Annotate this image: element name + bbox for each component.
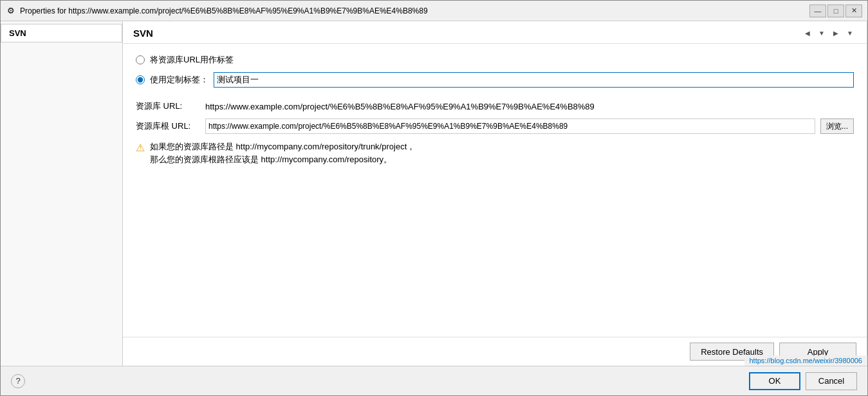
sidebar-item-svn[interactable]: SVN: [1, 24, 122, 42]
help-button[interactable]: ?: [11, 374, 25, 388]
sidebar: SVN: [1, 21, 123, 366]
radio-group: 将资源库URL用作标签 使用定制标签：: [136, 54, 854, 88]
main-header: SVN ◀ ▼ ▶ ▼: [123, 21, 867, 44]
nav-forward-button[interactable]: ▶: [829, 26, 842, 39]
ok-button[interactable]: OK: [749, 372, 800, 390]
title-bar-icon: ⚙: [6, 6, 16, 16]
footer-right: OK Cancel: [749, 372, 857, 390]
dialog-window: ⚙ Properties for https://www.example.com…: [0, 0, 868, 396]
minimize-button[interactable]: —: [809, 5, 826, 17]
radio-row-custom: 使用定制标签：: [136, 72, 854, 88]
radio-row-url: 将资源库URL用作标签: [136, 54, 854, 66]
radio-custom-label[interactable]: 使用定制标签：: [150, 74, 208, 86]
radio-url-option[interactable]: [136, 55, 145, 64]
warning-line2: 那么您的资源库根路径应该是 http://mycompany.com/repos…: [150, 155, 392, 164]
title-bar-controls: — □ ✕: [809, 5, 862, 17]
info-section: 资源库 URL: https://www.example.com/project…: [136, 100, 854, 165]
repo-root-input[interactable]: [205, 118, 815, 134]
warning-line1: 如果您的资源库路径是 http://mycompany.com/reposito…: [150, 142, 415, 151]
main-header-title: SVN: [133, 28, 153, 39]
browse-button[interactable]: 浏览...: [820, 118, 854, 134]
title-bar: ⚙ Properties for https://www.example.com…: [1, 1, 867, 21]
warning-icon: ⚠: [136, 142, 145, 154]
title-bar-text: Properties for https://www.example.com/p…: [20, 6, 809, 15]
repo-url-value: https://www.example.com/project/%E6%B5%8…: [205, 102, 595, 111]
maximize-button[interactable]: □: [827, 5, 844, 17]
close-button[interactable]: ✕: [845, 5, 862, 17]
status-bar: https://blog.csdn.me/weixir/3980006: [744, 355, 868, 366]
dialog-footer: ? OK Cancel: [1, 366, 867, 395]
repo-root-row: 资源库根 URL: 浏览...: [136, 118, 854, 134]
nav-back-dropdown[interactable]: ▼: [815, 26, 828, 39]
nav-arrows: ◀ ▼ ▶ ▼: [801, 26, 856, 39]
dialog-body: SVN SVN ◀ ▼ ▶ ▼ 将资: [1, 21, 867, 366]
warning-text: 如果您的资源库路径是 http://mycompany.com/reposito…: [150, 140, 415, 165]
repo-url-label: 资源库 URL:: [136, 100, 200, 112]
main-content: SVN ◀ ▼ ▶ ▼ 将资源库URL用作标签: [123, 21, 867, 366]
radio-custom-option[interactable]: [136, 75, 145, 84]
repo-root-label: 资源库根 URL:: [136, 120, 200, 132]
custom-label-input[interactable]: [214, 72, 854, 88]
nav-back-button[interactable]: ◀: [801, 26, 814, 39]
cancel-button[interactable]: Cancel: [806, 372, 857, 390]
radio-url-label[interactable]: 将资源库URL用作标签: [150, 54, 234, 66]
footer-left: ?: [11, 374, 25, 388]
nav-forward-dropdown[interactable]: ▼: [844, 26, 856, 39]
repo-url-row: 资源库 URL: https://www.example.com/project…: [136, 100, 854, 112]
content-area: 将资源库URL用作标签 使用定制标签： 资源库 URL: https://www…: [123, 44, 867, 337]
warning-box: ⚠ 如果您的资源库路径是 http://mycompany.com/reposi…: [136, 140, 854, 165]
